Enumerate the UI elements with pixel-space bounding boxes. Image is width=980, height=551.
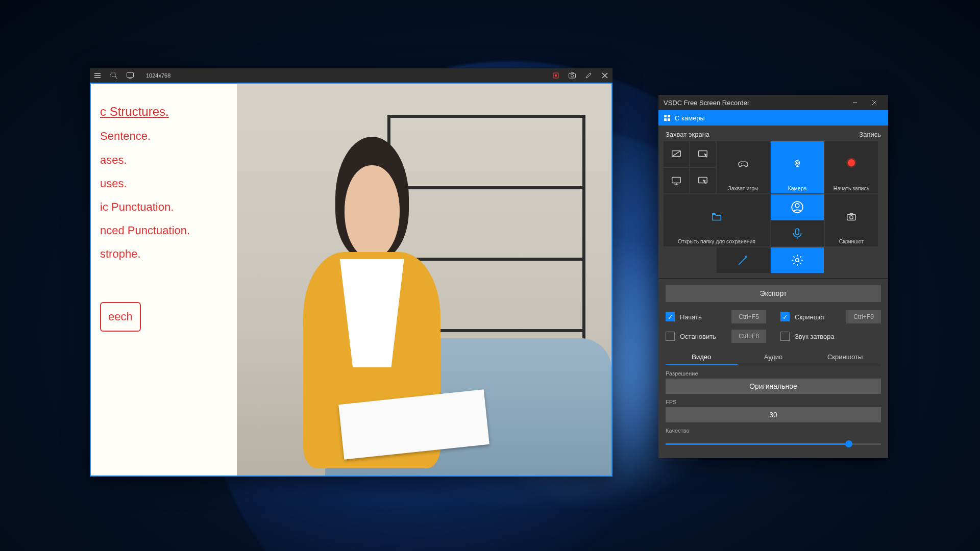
- svg-rect-20: [796, 229, 799, 235]
- camera-preview-window: 1024x768 c Structures. Sentence.: [90, 68, 612, 477]
- tab-video[interactable]: Видео: [666, 350, 738, 365]
- minimize-button[interactable]: [846, 97, 864, 108]
- svg-point-19: [850, 216, 853, 219]
- draw-brush-icon[interactable]: [584, 71, 593, 80]
- tab-audio[interactable]: Аудио: [738, 350, 810, 365]
- quality-field-label: Качество: [658, 422, 888, 436]
- camera-snapshot-icon[interactable]: [568, 71, 577, 80]
- record-indicator-icon[interactable]: [551, 71, 560, 80]
- hotkey-row-screenshot: Скриншот Ctrl+F9: [780, 310, 881, 323]
- section-record-label: Запись: [859, 131, 881, 138]
- svg-point-17: [795, 204, 799, 208]
- panel-titlebar[interactable]: VSDC Free Screen Recorder: [658, 95, 888, 110]
- svg-point-21: [796, 259, 799, 262]
- tile-start-record[interactable]: Начать запись: [825, 141, 878, 193]
- whiteboard: c Structures. Sentence. ases. uses. ic P…: [91, 84, 237, 475]
- checkbox-shutter[interactable]: [780, 332, 790, 341]
- fps-field-label: FPS: [658, 394, 888, 407]
- quality-slider[interactable]: [666, 439, 881, 449]
- svg-rect-7: [668, 115, 670, 117]
- preview-titlebar[interactable]: 1024x768: [90, 68, 612, 83]
- hotkey-row-shutter: Звук затвора: [780, 330, 881, 343]
- tile-screenshot[interactable]: Скриншот: [825, 194, 878, 246]
- tile-mic[interactable]: [771, 221, 824, 246]
- tile-capture-game[interactable]: Захват игры: [717, 141, 770, 193]
- tile-overlay-avatar[interactable]: [771, 194, 824, 220]
- resolution-select[interactable]: Оригинальное: [666, 379, 881, 394]
- svg-rect-0: [111, 73, 115, 77]
- recorder-panel-window: VSDC Free Screen Recorder С камеры Захва…: [658, 95, 888, 458]
- hotkey-row-start: Начать Ctrl+F5: [666, 310, 766, 323]
- app-title: VSDC Free Screen Recorder: [664, 99, 749, 107]
- checkbox-stop[interactable]: [666, 332, 675, 341]
- monitor-icon[interactable]: [126, 71, 135, 80]
- svg-rect-15: [699, 178, 707, 183]
- export-button[interactable]: Экспорт: [666, 285, 881, 302]
- close-icon[interactable]: [600, 71, 609, 80]
- mode-tab-label: С камеры: [675, 114, 705, 122]
- svg-rect-6: [664, 115, 667, 117]
- hotkey-start-key[interactable]: Ctrl+F5: [731, 310, 766, 323]
- svg-rect-8: [664, 118, 667, 121]
- tile-open-folder[interactable]: Открыть папку для сохранения: [664, 194, 770, 246]
- checkbox-screenshot[interactable]: [780, 312, 790, 321]
- tile-window-capture[interactable]: [690, 168, 716, 193]
- hotkey-stop-key[interactable]: Ctrl+F8: [731, 330, 766, 343]
- resolution-field-label: Разрешение: [658, 365, 888, 379]
- record-dot-icon: [848, 159, 855, 166]
- hamburger-icon[interactable]: [93, 71, 102, 80]
- svg-point-12: [795, 161, 799, 165]
- svg-rect-14: [672, 178, 681, 183]
- section-capture-label: Захват экрана: [666, 131, 709, 138]
- region-select-icon[interactable]: [109, 71, 118, 80]
- svg-point-3: [555, 74, 557, 77]
- hotkey-screenshot-key[interactable]: Ctrl+F9: [846, 310, 881, 323]
- close-button[interactable]: [866, 97, 883, 108]
- camera-scene-placeholder: c Structures. Sentence. ases. uses. ic P…: [91, 84, 611, 475]
- tab-screenshots[interactable]: Скриншоты: [809, 350, 881, 365]
- svg-point-13: [796, 162, 798, 164]
- svg-rect-9: [668, 118, 670, 121]
- svg-rect-1: [127, 73, 134, 78]
- tile-camera[interactable]: Камера: [771, 141, 824, 193]
- tile-settings[interactable]: [771, 247, 824, 273]
- fps-select[interactable]: 30: [666, 407, 881, 422]
- tile-draw-effects[interactable]: [717, 247, 770, 273]
- tile-fullscreen-region[interactable]: [664, 141, 689, 167]
- resolution-label: 1024x768: [146, 72, 170, 79]
- camera-viewport: c Structures. Sentence. ases. uses. ic P…: [90, 83, 612, 477]
- svg-rect-4: [569, 73, 576, 78]
- hotkey-row-stop: Остановить Ctrl+F8: [666, 330, 766, 343]
- mode-tab-camera[interactable]: С камеры: [658, 110, 888, 126]
- svg-point-5: [571, 74, 574, 77]
- tile-select-region[interactable]: [690, 141, 716, 167]
- tile-monitor[interactable]: [664, 168, 689, 193]
- checkbox-start[interactable]: [666, 312, 675, 321]
